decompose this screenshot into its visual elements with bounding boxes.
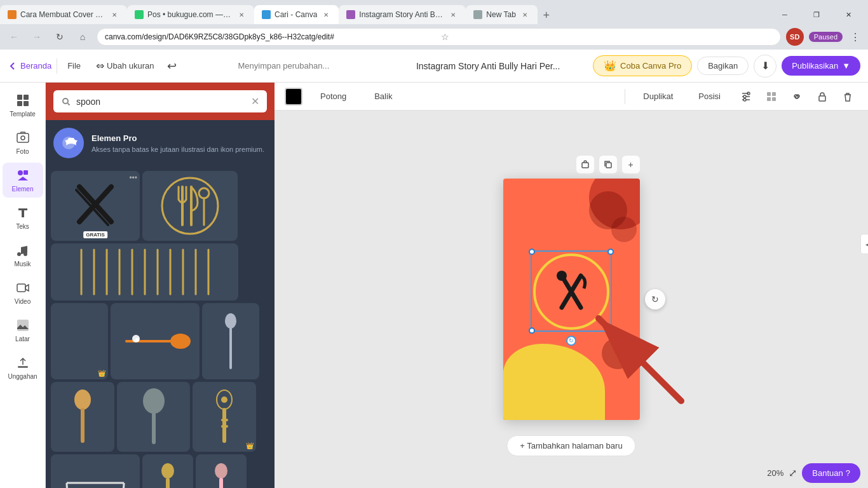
element-fork-single-svg — [70, 309, 89, 373]
selection-handle-bl[interactable] — [529, 327, 535, 334]
sidebar-item-video[interactable]: Video — [3, 275, 43, 310]
element-spoon-silver-svg — [223, 309, 239, 373]
add-page-button[interactable]: + Tambahkan halaman baru — [506, 435, 635, 456]
collapse-panel-button[interactable]: ◀ — [860, 234, 868, 254]
rotation-handle[interactable]: ↻ — [566, 336, 576, 346]
sidebar-item-teks[interactable]: Teks — [3, 200, 43, 235]
rotate-action-button[interactable]: ↻ — [645, 289, 665, 309]
sidebar-item-template[interactable]: Template — [3, 88, 43, 123]
canvas-top-add-icon[interactable]: + — [622, 156, 640, 173]
sidebar-item-musik[interactable]: Musik — [3, 238, 43, 273]
search-box-container: ✕ — [46, 83, 275, 120]
search-clear-icon[interactable]: ✕ — [251, 95, 259, 107]
search-input-wrapper[interactable]: ✕ — [53, 90, 267, 112]
tab-5[interactable]: New Tab ✕ — [466, 5, 537, 24]
tab-4[interactable]: Instagram Story Anti Bully Har... ✕ — [339, 5, 466, 24]
element-spoon-gold-simple[interactable] — [142, 454, 193, 488]
forward-nav-button[interactable]: → — [28, 28, 46, 46]
sidebar-item-latar[interactable]: Latar — [3, 313, 43, 348]
element-fork-knife-cross[interactable]: ••• GRATIS — [51, 171, 140, 241]
maximize-button[interactable]: ❐ — [802, 5, 831, 24]
reload-button[interactable]: ↻ — [51, 28, 69, 46]
potong-button[interactable]: Potong — [310, 88, 356, 105]
delete-icon[interactable] — [837, 86, 858, 107]
link-icon[interactable] — [787, 86, 807, 107]
tab-3[interactable]: Cari - Canva ✕ — [254, 5, 339, 24]
unggahan-icon — [15, 355, 31, 370]
file-menu[interactable]: File — [62, 58, 86, 73]
search-panel: ✕ Elemen Pro Akses tanpa batas ke jutaan… — [46, 83, 275, 488]
close-button[interactable]: ✕ — [834, 5, 863, 24]
help-button[interactable]: Bantuan ? — [802, 463, 860, 483]
window-controls: ─ ❐ ✕ — [770, 5, 868, 24]
download-button[interactable]: ⬇ — [754, 55, 776, 78]
search-input[interactable] — [76, 97, 246, 107]
share-button[interactable]: Bagikan — [697, 57, 749, 75]
url-bar[interactable]: canva.com/design/DAD6K9RZ5C8/38GDpk8yS_k… — [97, 28, 781, 46]
lock-icon[interactable] — [812, 86, 832, 107]
back-nav-button[interactable]: ← — [5, 28, 23, 46]
minimize-button[interactable]: ─ — [770, 5, 799, 24]
publish-button[interactable]: Publikasikan ▼ — [782, 56, 860, 76]
selection-handle-tr[interactable] — [607, 248, 614, 255]
tab-close-3[interactable]: ✕ — [321, 10, 331, 20]
selection-handle-br[interactable] — [607, 327, 614, 334]
element-spoon-orange[interactable] — [111, 303, 200, 379]
expand-button[interactable]: ⤢ — [789, 467, 797, 479]
svg-rect-0 — [17, 95, 22, 100]
resize-button[interactable]: ⇔ Ubah ukuran — [91, 57, 159, 74]
element-fork-lines[interactable] — [51, 243, 238, 301]
mosaic-icon[interactable] — [761, 86, 782, 107]
home-button[interactable]: ⌂ — [74, 28, 92, 46]
tab-2[interactable]: Pos • bukugue.com — WordPr... ✕ — [127, 5, 254, 24]
tab-close-4[interactable]: ✕ — [448, 10, 458, 20]
duplikat-button[interactable]: Duplikat — [633, 88, 683, 105]
undo-button[interactable]: ↩ — [165, 57, 179, 76]
document-title: Instagram Story Anti Bully Hari Per... — [393, 61, 583, 71]
element-spoon-gold-ornate[interactable]: 👑 — [193, 382, 256, 452]
svg-point-40 — [135, 338, 139, 342]
tab-close-2[interactable]: ✕ — [236, 10, 247, 20]
element-fork-single[interactable]: 👑 — [51, 303, 108, 379]
canva-pro-button[interactable]: 👑 Coba Canva Pro — [593, 55, 692, 76]
element-spoon-orange-svg — [117, 322, 193, 360]
toolbar-right: Duplikat Posisi — [622, 86, 858, 107]
element-spoon-silver[interactable] — [202, 303, 259, 379]
bookmark-icon[interactable]: ☆ — [441, 32, 772, 42]
tab-bar: Cara Membuat Cover Highligh... ✕ Pos • b… — [0, 0, 868, 24]
canvas-scroll[interactable]: + — [275, 111, 868, 488]
selection-handle-tl[interactable] — [529, 248, 535, 255]
tab-1[interactable]: Cara Membuat Cover Highligh... ✕ — [0, 5, 127, 24]
profile-badge[interactable]: SD — [786, 28, 804, 46]
element-fork-circle[interactable] — [142, 171, 238, 241]
sidebar-item-foto[interactable]: Foto — [3, 125, 43, 160]
element-spoon-wood[interactable] — [51, 382, 114, 452]
saving-text: Menyimpan perubahan... — [184, 61, 384, 71]
tab-close-1[interactable]: ✕ — [109, 10, 119, 20]
element-spoon-pink[interactable]: 👑 — [196, 454, 247, 488]
adjustments-icon[interactable] — [736, 86, 756, 107]
browser-menu-icon[interactable]: ⋮ — [848, 31, 863, 43]
elemen-icon — [15, 168, 31, 183]
sidebar-item-unggahan[interactable]: Unggahan — [3, 350, 43, 385]
svg-rect-74 — [582, 163, 588, 168]
pro-banner[interactable]: Elemen Pro Akses tanpa batas ke jutaan i… — [46, 120, 275, 166]
element-spoon-gray[interactable] — [117, 382, 190, 452]
color-swatch[interactable] — [285, 88, 302, 105]
beranda-button[interactable]: Beranda — [8, 61, 51, 71]
element-dots-icon[interactable]: ••• — [129, 173, 137, 182]
canvas-side-actions: ↻ — [645, 289, 665, 309]
canvas-top-copy-icon[interactable] — [599, 156, 617, 173]
posisi-button[interactable]: Posisi — [688, 88, 731, 105]
sidebar-item-elemen[interactable]: Elemen — [3, 163, 43, 198]
element-bowl[interactable]: 👑 — [51, 454, 140, 488]
new-tab-button[interactable]: + — [538, 6, 555, 24]
canvas-content: + — [478, 153, 665, 445]
canvas-top-icon-1[interactable] — [576, 156, 594, 173]
tab-close-5[interactable]: ✕ — [520, 10, 530, 20]
main-layout: Template Foto Elemen Teks Musik — [0, 83, 868, 488]
design-canvas[interactable]: ↻ — [503, 179, 640, 420]
balik-button[interactable]: Balik — [364, 88, 402, 105]
app-bar: Beranda File ⇔ Ubah ukuran ↩ Menyimpan p… — [0, 50, 868, 83]
element-row-4: 👑 — [51, 382, 269, 452]
